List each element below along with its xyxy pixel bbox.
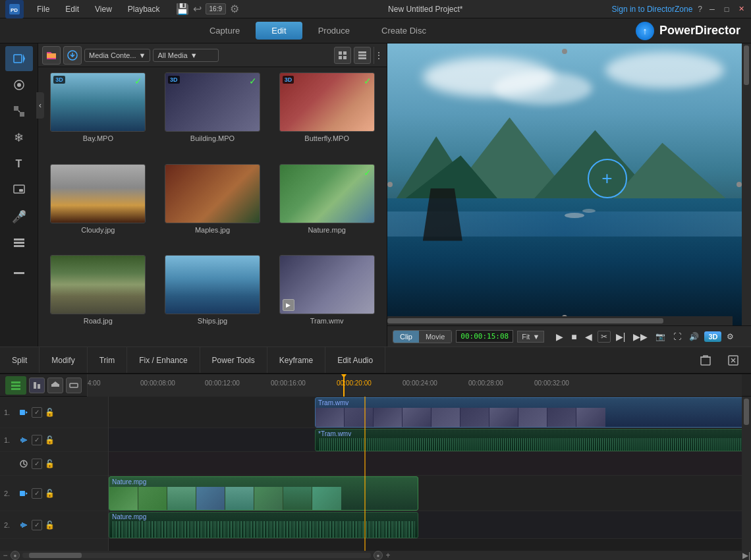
media-item-road[interactable]: Road.jpg bbox=[43, 255, 153, 341]
keyframe-btn-toolbar[interactable]: Keyframe bbox=[267, 347, 325, 373]
settings-preview-btn[interactable]: ⚙ bbox=[724, 331, 737, 343]
tl-scroll-circle-right[interactable]: ● bbox=[374, 551, 383, 560]
menu-edit[interactable]: Edit bbox=[63, 3, 82, 15]
tracks-vscrollbar-thumb[interactable] bbox=[744, 399, 749, 425]
media-item-ships[interactable]: Ships.jpg bbox=[158, 255, 267, 341]
menu-file[interactable]: File bbox=[34, 3, 52, 15]
crosshair[interactable] bbox=[588, 159, 627, 198]
tl-scroll-plus-btn[interactable]: + bbox=[383, 551, 393, 560]
menu-playback[interactable]: Playback bbox=[125, 3, 163, 15]
tl-tool-2[interactable] bbox=[47, 378, 63, 393]
track-lock-fx[interactable]: 🔓 bbox=[45, 459, 55, 468]
media-content-dropdown[interactable]: Media Conte... ▼ bbox=[84, 49, 150, 62]
sidebar-item-title[interactable]: T bbox=[5, 152, 33, 177]
fast-forward-btn[interactable]: ▶▶ bbox=[630, 330, 650, 343]
clip-nature-audio[interactable]: Nature.mpg bbox=[109, 512, 418, 538]
timeline-track-view-btn[interactable] bbox=[5, 376, 26, 395]
tl-scroll-bar[interactable] bbox=[22, 553, 371, 558]
sidebar-item-chapter[interactable] bbox=[5, 231, 33, 256]
list-view-btn[interactable] bbox=[354, 47, 371, 64]
link-btn[interactable] bbox=[721, 350, 746, 370]
tl-scroll-thumb[interactable] bbox=[29, 553, 82, 558]
track-checkbox-1v[interactable]: ✓ bbox=[32, 407, 42, 418]
track-checkbox-2v[interactable]: ✓ bbox=[32, 488, 42, 499]
snapshot-btn[interactable]: 📷 bbox=[653, 331, 668, 343]
help-icon[interactable]: ? bbox=[698, 5, 702, 14]
delete-btn[interactable] bbox=[693, 350, 718, 370]
aspect-ratio-btn[interactable]: 16:9 bbox=[206, 3, 226, 14]
thumbnail-view-btn[interactable] bbox=[334, 47, 351, 64]
tl-scroll-circle-left[interactable]: ● bbox=[11, 551, 20, 560]
tracks-vscrollbar[interactable] bbox=[742, 397, 751, 551]
movie-btn[interactable]: Movie bbox=[419, 331, 451, 343]
sidebar-item-media[interactable] bbox=[5, 46, 33, 71]
preview-vscrollbar[interactable] bbox=[742, 43, 751, 325]
tab-edit[interactable]: Edit bbox=[256, 22, 302, 40]
preview-hscrollbar-thumb[interactable] bbox=[387, 318, 663, 323]
clip-nature-video[interactable]: Nature.mpg bbox=[109, 476, 418, 511]
prev-frame-btn[interactable]: ◀ bbox=[582, 330, 595, 343]
tl-tool-3[interactable] bbox=[66, 378, 82, 393]
menu-view[interactable]: View bbox=[92, 3, 115, 15]
3d-toggle-btn[interactable]: 3D bbox=[704, 331, 721, 342]
playhead[interactable] bbox=[343, 374, 345, 397]
tl-scroll-end-btn[interactable]: ▶| bbox=[742, 551, 751, 560]
clip-btn[interactable]: Clip bbox=[393, 331, 419, 343]
handle-top[interactable] bbox=[562, 49, 567, 54]
preview-hscrollbar[interactable] bbox=[387, 316, 733, 325]
sidebar-item-transitions[interactable] bbox=[5, 99, 33, 124]
tab-capture[interactable]: Capture bbox=[194, 22, 256, 40]
preview-vscrollbar-thumb[interactable] bbox=[744, 45, 749, 85]
edit-audio-btn-toolbar[interactable]: Edit Audio bbox=[325, 347, 385, 373]
minimize-btn[interactable]: ─ bbox=[708, 5, 717, 14]
sidebar-item-pip[interactable] bbox=[5, 178, 33, 203]
fullscreen-btn[interactable]: ⛶ bbox=[671, 331, 684, 343]
all-media-dropdown[interactable]: All Media ▼ bbox=[153, 49, 219, 62]
close-btn[interactable]: ✕ bbox=[737, 5, 746, 14]
volume-btn[interactable]: 🔊 bbox=[686, 331, 702, 343]
fix-enhance-btn-toolbar[interactable]: Fix / Enhance bbox=[127, 347, 200, 373]
media-item-nature[interactable]: ✓ Nature.mpg bbox=[272, 164, 381, 250]
import-folder-btn[interactable] bbox=[42, 46, 61, 65]
clip-tram-video[interactable]: Tram.wmv bbox=[315, 397, 750, 428]
panel-collapse-handle[interactable]: ‹ bbox=[36, 92, 44, 119]
stop-btn[interactable]: ■ bbox=[569, 330, 579, 343]
media-item-building[interactable]: 3D ✓ Building.MPO bbox=[158, 72, 267, 159]
next-frame-btn[interactable]: ▶| bbox=[613, 330, 628, 343]
track-lock-1a[interactable]: 🔓 bbox=[45, 435, 55, 445]
toolbar-undo-icon[interactable]: ↩ bbox=[193, 3, 202, 15]
track-checkbox-fx[interactable]: ✓ bbox=[32, 459, 42, 469]
sidebar-item-audio[interactable]: 🎤 bbox=[5, 204, 33, 229]
sidebar-item-subtitle[interactable] bbox=[5, 257, 33, 282]
tab-produce[interactable]: Produce bbox=[302, 22, 366, 40]
fit-dropdown[interactable]: Fit ▼ bbox=[517, 331, 544, 343]
track-lock-2a[interactable]: 🔓 bbox=[45, 520, 55, 530]
track-lock-2v[interactable]: 🔓 bbox=[45, 489, 55, 498]
media-item-butterfly[interactable]: 3D ✓ Butterfly.MPO bbox=[272, 72, 381, 159]
track-checkbox-2a[interactable]: ✓ bbox=[32, 520, 42, 530]
media-item-bay[interactable]: 3D ✓ Bay.MPO bbox=[43, 72, 153, 159]
handle-right[interactable] bbox=[737, 182, 742, 187]
power-tools-btn-toolbar[interactable]: Power Tools bbox=[200, 347, 267, 373]
modify-btn-toolbar[interactable]: Modify bbox=[40, 347, 87, 373]
tl-scroll-minus-btn[interactable]: − bbox=[0, 551, 11, 560]
sidebar-item-fx[interactable] bbox=[5, 72, 33, 98]
settings-icon[interactable]: ⚙ bbox=[230, 3, 239, 15]
tab-create-disc[interactable]: Create Disc bbox=[366, 22, 442, 40]
media-item-tram[interactable]: ▶ Tram.wmv bbox=[272, 255, 381, 341]
split-btn-toolbar[interactable]: Split bbox=[0, 347, 40, 373]
panel-options-btn[interactable]: ⋮ bbox=[374, 47, 383, 64]
handle-left[interactable] bbox=[387, 182, 393, 187]
download-btn[interactable] bbox=[63, 46, 82, 65]
trim-btn-toolbar[interactable]: Trim bbox=[88, 347, 128, 373]
toolbar-save-icon[interactable]: 💾 bbox=[176, 3, 189, 15]
media-item-maples[interactable]: Maples.jpg bbox=[158, 164, 267, 250]
play-btn[interactable]: ▶ bbox=[553, 330, 566, 343]
track-lock-1v[interactable]: 🔓 bbox=[45, 408, 55, 417]
maximize-btn[interactable]: □ bbox=[722, 5, 731, 14]
sidebar-item-snowflake[interactable]: ❄ bbox=[5, 125, 33, 150]
sign-in-link[interactable]: Sign in to DirectorZone bbox=[612, 5, 693, 14]
clip-tram-audio[interactable]: *Tram.wmv bbox=[315, 429, 750, 451]
track-checkbox-1a[interactable]: ✓ bbox=[32, 435, 42, 445]
split-btn[interactable]: ✂ bbox=[598, 331, 611, 343]
